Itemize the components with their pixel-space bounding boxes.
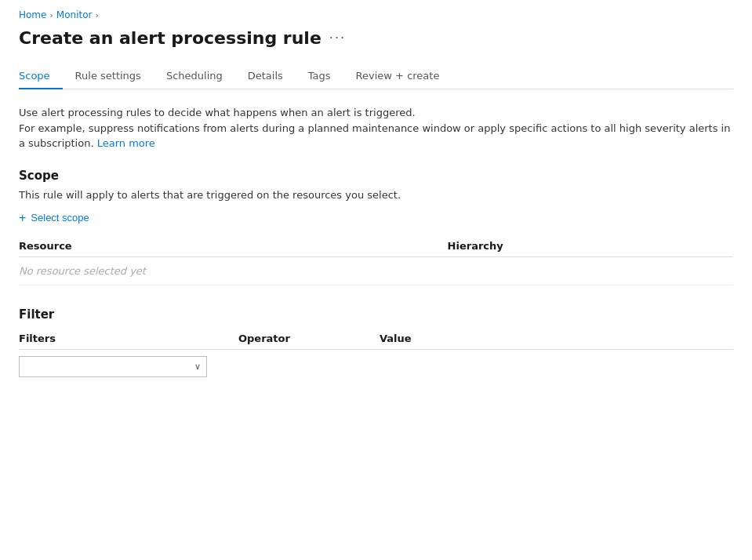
tab-details[interactable]: Details: [235, 64, 296, 89]
filter-section: Filter Filters Operator Value Alert cont…: [19, 307, 733, 377]
col-filters: Filters: [19, 333, 238, 344]
learn-more-link[interactable]: Learn more: [97, 137, 155, 149]
col-resource: Resource: [19, 235, 448, 257]
filters-dropdown-wrapper: Alert context (payload) Alert rule ID Al…: [19, 356, 207, 377]
info-line1: Use alert processing rules to decide wha…: [19, 105, 733, 121]
tab-scheduling[interactable]: Scheduling: [154, 64, 235, 89]
plus-icon: +: [19, 212, 26, 224]
scope-heading: Scope: [19, 169, 733, 183]
more-options-icon[interactable]: ···: [329, 32, 346, 45]
info-section: Use alert processing rules to decide wha…: [19, 105, 733, 151]
table-row-empty: No resource selected yet: [19, 256, 733, 285]
tabs-nav: Scope Rule settings Scheduling Details T…: [19, 64, 733, 89]
col-operator: Operator: [238, 333, 380, 344]
tab-scope[interactable]: Scope: [19, 64, 63, 89]
tab-tags[interactable]: Tags: [296, 64, 343, 89]
select-scope-label: Select scope: [31, 212, 89, 224]
empty-resource-text: No resource selected yet: [19, 256, 733, 285]
info-line2: For example, suppress notifications from…: [19, 121, 733, 151]
breadcrumb: Home › Monitor ›: [19, 9, 733, 20]
resource-table: Resource Hierarchy No resource selected …: [19, 235, 733, 285]
filter-heading: Filter: [19, 307, 733, 322]
tab-review-create[interactable]: Review + create: [343, 64, 452, 89]
breadcrumb-home[interactable]: Home: [19, 9, 46, 20]
col-hierarchy: Hierarchy: [448, 235, 733, 257]
col-value: Value: [380, 333, 733, 344]
breadcrumb-monitor[interactable]: Monitor: [56, 9, 93, 20]
filter-table-header: Filters Operator Value: [19, 328, 733, 350]
breadcrumb-separator-1: ›: [49, 10, 53, 20]
filters-dropdown[interactable]: Alert context (payload) Alert rule ID Al…: [19, 356, 207, 377]
page-title: Create an alert processing rule: [19, 28, 322, 48]
scope-description: This rule will apply to alerts that are …: [19, 189, 733, 201]
scope-section: Scope This rule will apply to alerts tha…: [19, 169, 733, 285]
select-scope-button[interactable]: + Select scope: [19, 212, 89, 224]
breadcrumb-separator-2: ›: [95, 10, 98, 20]
tab-rule-settings[interactable]: Rule settings: [63, 64, 154, 89]
